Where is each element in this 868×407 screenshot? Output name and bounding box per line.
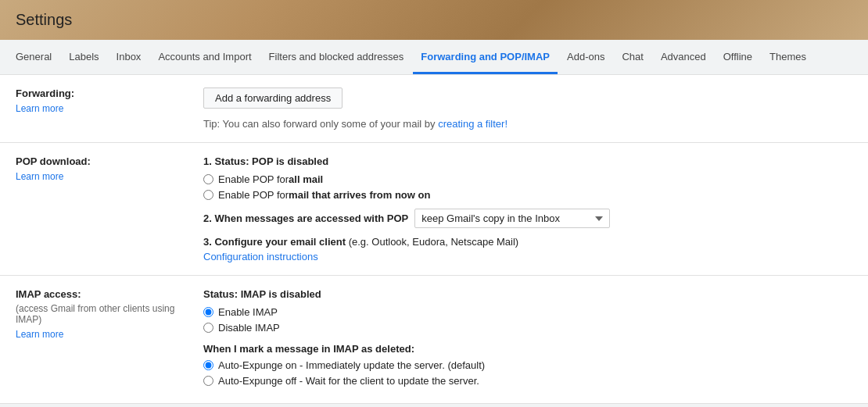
tab-themes[interactable]: Themes xyxy=(762,40,814,74)
tab-accounts-import[interactable]: Accounts and Import xyxy=(150,40,259,74)
forwarding-label-area: Forwarding: Learn more xyxy=(16,87,195,114)
imap-enable-row: Enable IMAP xyxy=(203,306,852,318)
imap-disable-row: Disable IMAP xyxy=(203,322,852,334)
pop-from-now-radio[interactable] xyxy=(203,190,213,200)
when-messages-row: 2. When messages are accessed with POP k… xyxy=(203,209,852,228)
settings-header: Settings xyxy=(0,0,868,40)
pop-radio-from-now: Enable POP for mail that arrives from no… xyxy=(203,189,852,201)
imap-auto-expunge-on-radio[interactable] xyxy=(203,360,213,370)
forwarding-tip: Tip: You can also forward only some of y… xyxy=(203,118,852,130)
pop-radio-all-mail: Enable POP for all mail xyxy=(203,173,852,185)
pop-from-now-prefix: Enable POP for xyxy=(218,189,289,201)
configuration-instructions-link[interactable]: Configuration instructions xyxy=(203,251,318,262)
imap-auto-expunge-on-row: Auto-Expunge on - Immediately update the… xyxy=(203,359,852,371)
pop-all-mail-radio[interactable] xyxy=(203,174,213,184)
tab-offline[interactable]: Offline xyxy=(716,40,760,74)
forwarding-section: Forwarding: Learn more Add a forwarding … xyxy=(0,75,868,143)
tab-advanced[interactable]: Advanced xyxy=(653,40,714,74)
configure-detail: (e.g. Outlook, Eudora, Netscape Mail) xyxy=(346,236,518,248)
imap-enable-radio[interactable] xyxy=(203,307,213,317)
imap-description: (access Gmail from other clients using I… xyxy=(16,303,180,325)
add-forwarding-address-button[interactable]: Add a forwarding address xyxy=(203,87,343,109)
forwarding-content: Add a forwarding address Tip: You can al… xyxy=(195,87,852,130)
pop-action-select[interactable]: keep Gmail's copy in the Inbox mark Gmai… xyxy=(414,209,610,228)
tab-chat[interactable]: Chat xyxy=(614,40,651,74)
imap-heading: IMAP access: xyxy=(16,288,180,300)
pop-content: 1. Status: POP is disabled Enable POP fo… xyxy=(195,155,852,262)
settings-content: Forwarding: Learn more Add a forwarding … xyxy=(0,75,868,404)
tab-add-ons[interactable]: Add-ons xyxy=(559,40,612,74)
imap-learn-more[interactable]: Learn more xyxy=(16,329,63,340)
imap-disable-label: Disable IMAP xyxy=(218,322,280,334)
pop-learn-more[interactable]: Learn more xyxy=(16,171,63,182)
tab-inbox[interactable]: Inbox xyxy=(109,40,149,74)
pop-all-mail-prefix: Enable POP for xyxy=(218,173,289,185)
imap-label-area: IMAP access: (access Gmail from other cl… xyxy=(16,288,195,340)
tip-prefix: Tip: You can also forward only some of y… xyxy=(203,118,436,130)
imap-enable-label: Enable IMAP xyxy=(218,306,278,318)
page-title: Settings xyxy=(16,11,72,28)
pop-label-area: POP download: Learn more xyxy=(16,155,195,182)
imap-status: Status: IMAP is disabled xyxy=(203,288,852,300)
imap-auto-expunge-off-label: Auto-Expunge off - Wait for the client t… xyxy=(218,375,479,387)
tab-labels[interactable]: Labels xyxy=(61,40,106,74)
imap-auto-expunge-off-row: Auto-Expunge off - Wait for the client t… xyxy=(203,375,852,387)
imap-disable-radio[interactable] xyxy=(203,323,213,333)
imap-content: Status: IMAP is disabled Enable IMAP Dis… xyxy=(195,288,852,391)
forwarding-heading: Forwarding: xyxy=(16,87,180,99)
configure-bold: 3. Configure your email client xyxy=(203,236,346,248)
tab-general[interactable]: General xyxy=(8,40,59,74)
pop-status: 1. Status: POP is disabled xyxy=(203,155,852,167)
pop-from-now-bold: mail that arrives from now on xyxy=(289,189,430,201)
imap-section: IMAP access: (access Gmail from other cl… xyxy=(0,276,868,404)
settings-nav: General Labels Inbox Accounts and Import… xyxy=(0,40,868,75)
tab-forwarding-pop-imap[interactable]: Forwarding and POP/IMAP xyxy=(413,40,558,74)
when-mark-deleted-label: When I mark a message in IMAP as deleted… xyxy=(203,343,852,355)
imap-auto-expunge-on-label: Auto-Expunge on - Immediately update the… xyxy=(218,359,485,371)
tab-filters[interactable]: Filters and blocked addresses xyxy=(261,40,412,74)
pop-all-mail-bold: all mail xyxy=(289,173,323,185)
pop-heading: POP download: xyxy=(16,155,180,167)
pop-download-section: POP download: Learn more 1. Status: POP … xyxy=(0,143,868,276)
configure-client-text: 3. Configure your email client (e.g. Out… xyxy=(203,236,852,248)
creating-filter-link[interactable]: creating a filter! xyxy=(438,118,508,130)
imap-auto-expunge-off-radio[interactable] xyxy=(203,376,213,386)
when-messages-label: 2. When messages are accessed with POP xyxy=(203,212,408,224)
forwarding-learn-more[interactable]: Learn more xyxy=(16,103,63,114)
